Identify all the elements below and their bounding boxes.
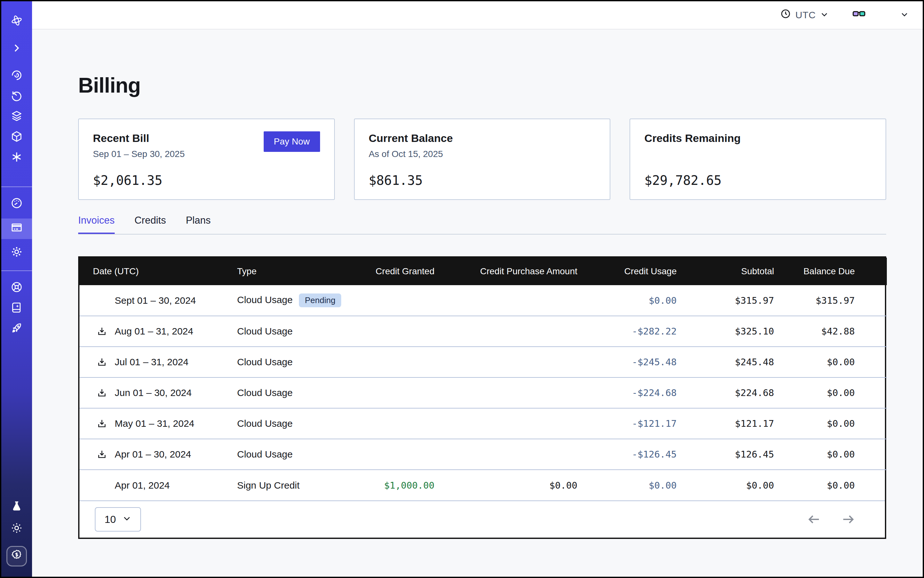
credit-purchase-amount-value bbox=[434, 439, 577, 470]
invoice-date-cell: Jul 01 – 31, 2024 bbox=[80, 347, 237, 377]
download-invoice-icon[interactable] bbox=[97, 388, 107, 398]
invoice-date: Apr 01 – 30, 2024 bbox=[115, 449, 191, 459]
credit-usage-value: -$224.68 bbox=[577, 377, 677, 408]
invoice-date-cell: Apr 01 – 30, 2024 bbox=[80, 439, 237, 470]
credit-purchase-amount-value bbox=[434, 347, 577, 377]
col-credit-purchase-amount: Credit Purchase Amount bbox=[434, 258, 577, 285]
asterisk-icon bbox=[10, 151, 23, 166]
user-avatar bbox=[878, 7, 895, 23]
sidebar-item-services[interactable] bbox=[1, 148, 32, 169]
invoice-date-cell: Aug 01 – 31, 2024 bbox=[80, 316, 237, 347]
book-sparkle-icon bbox=[10, 301, 23, 317]
page-size-select[interactable]: 10 bbox=[95, 507, 141, 531]
subtotal-value: $121.17 bbox=[677, 408, 774, 439]
col-subtotal: Subtotal bbox=[677, 258, 774, 285]
sidebar-item-resources[interactable] bbox=[1, 128, 32, 148]
sidebar-item-labs[interactable] bbox=[1, 497, 32, 518]
invoice-table: Date (UTC) Type Credit Granted Credit Pu… bbox=[80, 258, 887, 500]
invoice-table-container: Date (UTC) Type Credit Granted Credit Pu… bbox=[78, 257, 886, 539]
sidebar-item-layers[interactable] bbox=[1, 107, 32, 128]
sidebar-item-history[interactable] bbox=[1, 86, 32, 107]
timezone-selector[interactable]: UTC bbox=[780, 8, 828, 22]
sidebar-item-settings[interactable] bbox=[1, 243, 32, 263]
credit-purchase-amount-value: $0.00 bbox=[434, 470, 577, 500]
next-page-button[interactable] bbox=[841, 512, 856, 527]
download-invoice-icon[interactable] bbox=[97, 326, 107, 336]
invoice-type: Cloud Usage bbox=[237, 418, 292, 429]
download-invoice-icon[interactable] bbox=[97, 419, 107, 429]
page-title: Billing bbox=[78, 73, 886, 97]
invoice-type-cell: Cloud Usage bbox=[237, 347, 349, 377]
invoice-type: Cloud Usage bbox=[237, 387, 292, 398]
sidebar-item-logo[interactable] bbox=[1, 11, 32, 32]
tab-invoices[interactable]: Invoices bbox=[78, 215, 115, 235]
sidebar-item-observe[interactable] bbox=[1, 66, 32, 86]
download-invoice-icon[interactable] bbox=[97, 449, 107, 459]
col-date: Date (UTC) bbox=[80, 258, 237, 285]
invoice-type: Cloud Usage bbox=[237, 294, 292, 305]
recent-bill-card: Recent Bill Sep 01 – Sep 30, 2025 $2,061… bbox=[78, 119, 335, 200]
col-balance-due: Balance Due bbox=[774, 258, 887, 285]
sidebar-item-collapse[interactable] bbox=[1, 39, 32, 60]
credit-purchase-amount-value bbox=[434, 377, 577, 408]
credit-purchase-amount-value bbox=[434, 316, 577, 347]
table-header-row: Date (UTC) Type Credit Granted Credit Pu… bbox=[80, 258, 887, 285]
subtotal-value: $325.10 bbox=[677, 316, 774, 347]
invoice-type: Sign Up Credit bbox=[237, 480, 300, 490]
sidebar-item-credits[interactable] bbox=[6, 546, 27, 567]
credit-usage-value: -$245.48 bbox=[577, 347, 677, 377]
balance-due-value: $0.00 bbox=[774, 377, 887, 408]
invoice-type-cell: Sign Up Credit bbox=[237, 470, 349, 500]
status-badge: Pending bbox=[299, 294, 341, 307]
tab-plans[interactable]: Plans bbox=[186, 215, 211, 235]
sidebar-item-quickstart[interactable] bbox=[1, 319, 32, 339]
summary-cards: Recent Bill Sep 01 – Sep 30, 2025 $2,061… bbox=[78, 119, 886, 200]
download-invoice-icon[interactable] bbox=[97, 357, 107, 367]
balance-due-value: $0.00 bbox=[774, 439, 887, 470]
rocket-icon bbox=[10, 321, 23, 337]
invoice-date: May 01 – 31, 2024 bbox=[115, 418, 195, 429]
subtotal-value: $224.68 bbox=[677, 377, 774, 408]
card-amount: $29,782.65 bbox=[644, 173, 872, 188]
pay-now-button[interactable]: Pay Now bbox=[264, 132, 320, 152]
sidebar-item-docs[interactable] bbox=[1, 299, 32, 319]
layers-icon bbox=[10, 110, 23, 125]
helm-icon bbox=[10, 281, 23, 296]
current-balance-card: Current Balance As of Oct 15, 2025 $861.… bbox=[354, 119, 611, 200]
invoice-table-body: Sept 01 – 30, 2024Cloud UsagePending$0.0… bbox=[80, 285, 887, 500]
card-title: Credits Remaining bbox=[644, 132, 872, 144]
credits-remaining-card: Credits Remaining $29,782.65 bbox=[630, 119, 886, 200]
table-row: Jun 01 – 30, 2024Cloud Usage-$224.68$224… bbox=[80, 377, 887, 408]
invoice-type-cell: Cloud UsagePending bbox=[237, 285, 349, 316]
balance-due-value: $0.00 bbox=[774, 470, 887, 500]
sidebar-item-theme[interactable] bbox=[1, 519, 32, 539]
credit-granted-value: $1,000.00 bbox=[349, 470, 434, 500]
subtotal-value: $315.97 bbox=[677, 285, 774, 316]
prev-page-button[interactable] bbox=[806, 512, 822, 527]
page-size-value: 10 bbox=[104, 514, 116, 526]
chevron-down-icon bbox=[900, 9, 909, 21]
invoice-type: Cloud Usage bbox=[237, 449, 292, 459]
billing-tabs: Invoices Credits Plans bbox=[78, 215, 886, 235]
reader-mode-button[interactable] bbox=[852, 6, 866, 24]
clock-icon bbox=[780, 8, 791, 22]
credit-granted-value bbox=[349, 408, 434, 439]
sidebar-item-billing[interactable] bbox=[1, 219, 32, 239]
credit-usage-value: $0.00 bbox=[577, 285, 677, 316]
table-row: Aug 01 – 31, 2024Cloud Usage-$282.22$325… bbox=[80, 316, 887, 347]
invoice-type-cell: Cloud Usage bbox=[237, 377, 349, 408]
cube-icon bbox=[10, 130, 23, 146]
tab-credits[interactable]: Credits bbox=[135, 215, 166, 235]
credit-granted-value bbox=[349, 285, 434, 316]
main-content: Billing Recent Bill Sep 01 – Sep 30, 202… bbox=[32, 29, 923, 577]
sidebar-item-fleet[interactable] bbox=[1, 278, 32, 299]
sun-icon bbox=[10, 521, 23, 537]
sidebar-item-usage[interactable] bbox=[1, 194, 32, 215]
credit-usage-value: -$126.45 bbox=[577, 439, 677, 470]
credit-granted-value bbox=[349, 377, 434, 408]
balance-due-value: $315.97 bbox=[774, 285, 887, 316]
col-type: Type bbox=[237, 258, 349, 285]
account-menu[interactable] bbox=[878, 7, 909, 23]
dollar-badge-icon bbox=[10, 549, 23, 564]
invoice-date: Jul 01 – 31, 2024 bbox=[115, 357, 188, 367]
